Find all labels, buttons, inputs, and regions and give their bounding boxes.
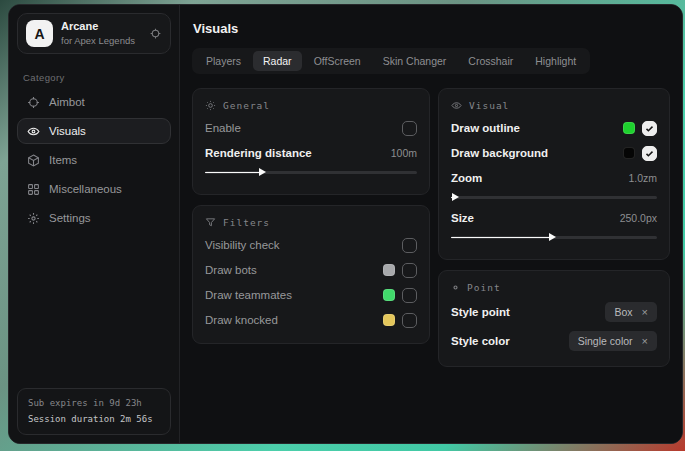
sidebar-item-miscellaneous[interactable]: Miscellaneous bbox=[17, 176, 171, 202]
panel-title: Filters bbox=[223, 217, 270, 228]
funnel-icon bbox=[205, 217, 216, 228]
zoom-slider[interactable] bbox=[451, 191, 657, 203]
brand-settings-icon[interactable] bbox=[149, 27, 162, 40]
zoom-row: Zoom 1.0zm bbox=[451, 167, 657, 189]
page-title: Visuals bbox=[193, 21, 670, 36]
sidebar-item-label: Miscellaneous bbox=[49, 183, 122, 195]
tab-skin-changer[interactable]: Skin Changer bbox=[373, 51, 457, 71]
dot-icon bbox=[451, 283, 460, 292]
cube-icon bbox=[27, 154, 40, 167]
tab-offscreen[interactable]: OffScreen bbox=[304, 51, 371, 71]
session-duration-text: Session duration 2m 56s bbox=[28, 412, 160, 427]
draw-outline-row: Draw outline bbox=[451, 117, 657, 139]
background-color-swatch[interactable] bbox=[623, 147, 635, 159]
outline-color-swatch[interactable] bbox=[623, 122, 635, 134]
panel-title: Point bbox=[467, 282, 501, 293]
sidebar-nav: Aimbot Visuals Items Miscellaneous bbox=[9, 89, 179, 231]
size-row: Size 250.0px bbox=[451, 207, 657, 229]
gear-icon bbox=[27, 212, 40, 225]
eye-icon bbox=[451, 100, 462, 111]
draw-knocked-row: Draw knocked bbox=[205, 309, 417, 331]
enable-row: Enable bbox=[205, 117, 417, 139]
eye-icon bbox=[27, 125, 40, 138]
sidebar-item-aimbot[interactable]: Aimbot bbox=[17, 89, 171, 115]
sidebar-item-label: Visuals bbox=[49, 125, 86, 137]
check-icon bbox=[645, 124, 654, 133]
sub-expires-text: Sub expires in 9d 23h bbox=[28, 396, 160, 411]
style-color-row: Style color Single color × bbox=[451, 328, 657, 354]
size-value: 250.0px bbox=[620, 212, 657, 224]
panel-title: General bbox=[223, 100, 270, 111]
visuals-tabbar: Players Radar OffScreen Skin Changer Cro… bbox=[192, 48, 590, 74]
filters-panel: Filters Visibility check Draw bots bbox=[192, 205, 430, 344]
app-window: A Arcane for Apex Legends Category Aimbo… bbox=[8, 4, 683, 444]
general-panel: General Enable Rendering distance 100m bbox=[192, 88, 430, 195]
rendering-distance-label: Rendering distance bbox=[205, 147, 383, 159]
style-point-row: Style point Box × bbox=[451, 299, 657, 325]
check-icon bbox=[645, 149, 654, 158]
tab-radar[interactable]: Radar bbox=[253, 51, 302, 71]
draw-background-row: Draw background bbox=[451, 142, 657, 164]
slider-thumb[interactable] bbox=[259, 168, 266, 176]
visual-panel: Visual Draw outline Draw background bbox=[438, 88, 670, 260]
draw-background-checkbox[interactable] bbox=[642, 146, 657, 161]
visibility-check-checkbox[interactable] bbox=[402, 238, 417, 253]
rendering-distance-value: 100m bbox=[391, 147, 417, 159]
teammates-color-swatch[interactable] bbox=[383, 289, 395, 301]
sidebar: A Arcane for Apex Legends Category Aimbo… bbox=[9, 5, 180, 443]
draw-teammates-row: Draw teammates bbox=[205, 284, 417, 306]
sidebar-item-label: Settings bbox=[49, 212, 91, 224]
brand-subtitle: for Apex Legends bbox=[61, 35, 141, 46]
tab-highlight[interactable]: Highlight bbox=[525, 51, 586, 71]
visibility-check-row: Visibility check bbox=[205, 234, 417, 256]
sidebar-item-label: Items bbox=[49, 154, 77, 166]
draw-bots-row: Draw bots bbox=[205, 259, 417, 281]
slider-thumb[interactable] bbox=[549, 233, 556, 241]
sidebar-item-label: Aimbot bbox=[49, 96, 85, 108]
style-color-tag[interactable]: Single color × bbox=[569, 331, 657, 351]
sun-icon bbox=[205, 100, 216, 111]
close-icon[interactable]: × bbox=[642, 307, 648, 318]
brand-logo: A bbox=[26, 20, 53, 47]
draw-bots-checkbox[interactable] bbox=[402, 263, 417, 278]
rendering-distance-slider[interactable] bbox=[205, 166, 417, 178]
main-content: Visuals Players Radar OffScreen Skin Cha… bbox=[180, 5, 682, 443]
draw-knocked-checkbox[interactable] bbox=[402, 313, 417, 328]
knocked-color-swatch[interactable] bbox=[383, 314, 395, 326]
enable-checkbox[interactable] bbox=[402, 121, 417, 136]
sidebar-item-visuals[interactable]: Visuals bbox=[17, 118, 171, 144]
close-icon[interactable]: × bbox=[642, 336, 648, 347]
category-label: Category bbox=[23, 72, 165, 83]
draw-outline-checkbox[interactable] bbox=[642, 121, 657, 136]
subscription-status-card: Sub expires in 9d 23h Session duration 2… bbox=[17, 388, 171, 435]
draw-teammates-checkbox[interactable] bbox=[402, 288, 417, 303]
sidebar-item-settings[interactable]: Settings bbox=[17, 205, 171, 231]
brand-card: A Arcane for Apex Legends bbox=[17, 13, 171, 54]
crosshair-icon bbox=[27, 96, 40, 109]
tab-crosshair[interactable]: Crosshair bbox=[458, 51, 523, 71]
panel-title: Visual bbox=[469, 100, 509, 111]
sidebar-item-items[interactable]: Items bbox=[17, 147, 171, 173]
point-panel: Point Style point Box × Style color Sing… bbox=[438, 270, 670, 367]
style-point-tag[interactable]: Box × bbox=[605, 302, 657, 322]
grid-icon bbox=[27, 183, 40, 196]
enable-label: Enable bbox=[205, 122, 402, 134]
rendering-distance-row: Rendering distance 100m bbox=[205, 142, 417, 164]
zoom-value: 1.0zm bbox=[628, 172, 657, 184]
bots-color-swatch[interactable] bbox=[383, 264, 395, 276]
tab-players[interactable]: Players bbox=[196, 51, 251, 71]
slider-thumb[interactable] bbox=[452, 193, 459, 201]
brand-title: Arcane bbox=[61, 20, 141, 33]
size-slider[interactable] bbox=[451, 231, 657, 243]
